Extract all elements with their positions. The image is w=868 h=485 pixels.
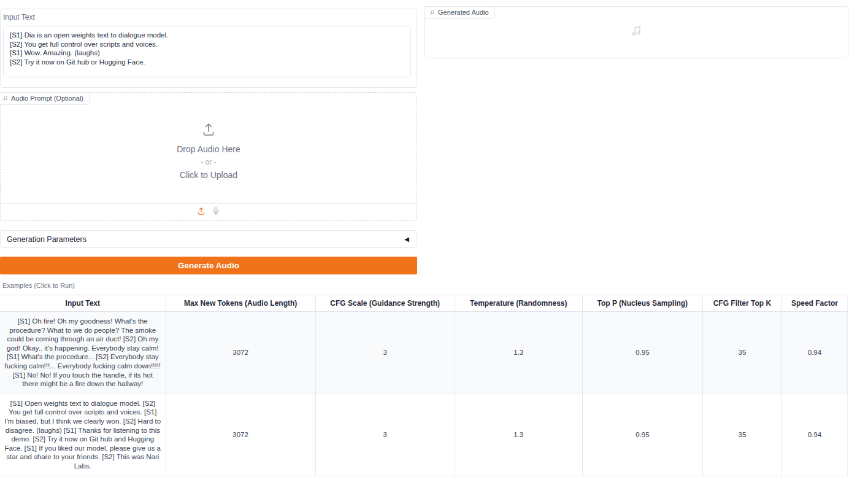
- example-cell-input-text: [S1] Open weights text to dialogue model…: [0, 394, 166, 476]
- example-cell-cfg-filter-top-k: 35: [702, 312, 782, 394]
- input-text-textarea[interactable]: [S1] Dia is an open weights text to dial…: [3, 26, 411, 77]
- example-cell-max-new-tokens: 3072: [166, 312, 315, 394]
- example-cell-top-p: 0.95: [582, 394, 702, 476]
- upload-icon: [201, 122, 216, 139]
- drop-audio-here-text: Drop Audio Here: [1, 144, 417, 154]
- click-to-upload-text[interactable]: Click to Upload: [1, 170, 417, 180]
- generate-audio-button[interactable]: Generate Audio: [0, 257, 417, 274]
- audio-prompt-label: Audio Prompt (Optional): [11, 95, 83, 102]
- examples-label: Examples (Click to Run): [2, 282, 75, 289]
- column-header-cfg-scale: CFG Scale (Guidance Strength): [315, 295, 455, 312]
- generated-audio-panel: Generated Audio: [424, 6, 848, 58]
- upload-source-button[interactable]: [197, 207, 205, 217]
- drop-instructions: Drop Audio Here - or - Click to Upload: [1, 122, 417, 180]
- input-text-panel: Input Text [S1] Dia is an open weights t…: [0, 9, 417, 88]
- generated-audio-tag: Generated Audio: [424, 6, 495, 19]
- example-cell-speed-factor: 0.94: [782, 312, 847, 394]
- microphone-source-button[interactable]: [212, 207, 220, 217]
- generated-audio-label: Generated Audio: [438, 9, 489, 16]
- accordion-collapse-icon: ◀: [404, 236, 409, 243]
- audio-prompt-dropzone[interactable]: Audio Prompt (Optional) Drop Audio Here …: [0, 92, 417, 221]
- example-cell-speed-factor: 0.94: [782, 394, 847, 476]
- music-note-icon: [429, 9, 435, 15]
- audio-source-toolbar: [1, 203, 417, 220]
- microphone-icon: [212, 207, 220, 217]
- example-cell-temperature: 1.3: [455, 394, 582, 476]
- column-header-cfg-filter-top-k: CFG Filter Top K: [702, 295, 782, 312]
- column-header-temperature: Temperature (Randomness): [455, 295, 582, 312]
- music-note-icon: [631, 25, 642, 39]
- generation-parameters-label: Generation Parameters: [7, 235, 86, 244]
- example-cell-cfg-scale: 3: [315, 312, 455, 394]
- example-row[interactable]: [S1] Oh fire! Oh my goodness! What's the…: [0, 312, 848, 394]
- music-note-icon: [2, 95, 8, 101]
- column-header-input-text: Input Text: [0, 295, 166, 312]
- example-cell-cfg-filter-top-k: 35: [702, 394, 782, 476]
- example-cell-max-new-tokens: 3072: [166, 394, 315, 476]
- drop-or-text: - or -: [1, 158, 417, 166]
- audio-prompt-tag: Audio Prompt (Optional): [0, 92, 90, 105]
- example-cell-input-text: [S1] Oh fire! Oh my goodness! What's the…: [0, 312, 166, 394]
- upload-icon: [197, 207, 205, 217]
- example-cell-temperature: 1.3: [455, 312, 582, 394]
- example-cell-top-p: 0.95: [582, 312, 702, 394]
- input-text-label: Input Text: [3, 13, 411, 21]
- examples-table: Input Text Max New Tokens (Audio Length)…: [0, 295, 848, 476]
- column-header-max-new-tokens: Max New Tokens (Audio Length): [166, 295, 315, 312]
- column-header-top-p: Top P (Nucleus Sampling): [582, 295, 702, 312]
- example-cell-cfg-scale: 3: [315, 394, 455, 476]
- examples-header-row: Input Text Max New Tokens (Audio Length)…: [0, 295, 848, 312]
- example-row[interactable]: [S1] Open weights text to dialogue model…: [0, 394, 848, 476]
- generation-parameters-accordion[interactable]: Generation Parameters ◀: [0, 230, 417, 248]
- app-page: Input Text [S1] Dia is an open weights t…: [0, 0, 868, 485]
- column-header-speed-factor: Speed Factor: [782, 295, 847, 312]
